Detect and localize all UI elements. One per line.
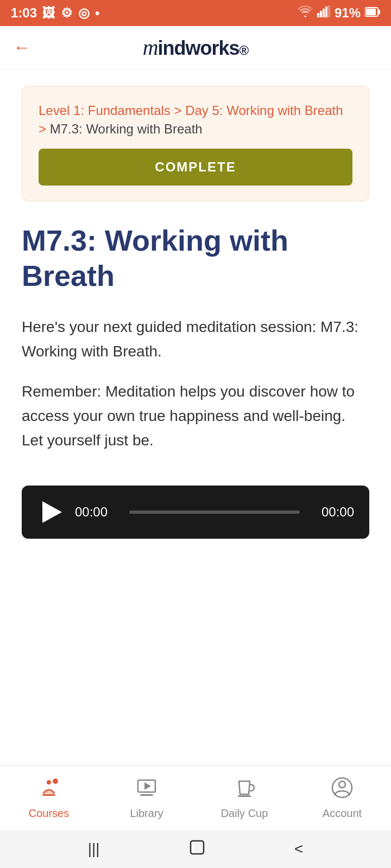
audio-progress-bar[interactable]	[129, 510, 300, 514]
wifi-icon	[298, 5, 313, 21]
audio-time-start: 00:00	[75, 505, 118, 520]
nav-item-library[interactable]: Library	[98, 765, 195, 830]
daily-cup-label: Daily Cup	[221, 807, 268, 820]
svg-rect-3	[325, 7, 327, 17]
status-sync-icon: ◎	[78, 5, 90, 21]
svg-rect-15	[238, 795, 251, 797]
status-settings-icon: ⚙	[61, 5, 73, 21]
status-photo-icon: 🖼	[42, 5, 55, 21]
android-recent-button[interactable]: |||	[88, 840, 100, 858]
bottom-nav: Courses Library Daily Cup	[0, 765, 391, 830]
breadcrumb-sep1: >	[174, 103, 185, 118]
account-label: Account	[323, 807, 362, 820]
breadcrumb-day[interactable]: Day 5: Working with Breath	[185, 103, 343, 118]
svg-point-17	[339, 781, 345, 788]
app-header: ← mindworks®	[0, 26, 391, 69]
svg-rect-18	[191, 841, 204, 854]
svg-rect-4	[328, 5, 330, 17]
breadcrumb-sep2: >	[39, 122, 50, 136]
article-paragraph-2: Remember: Meditation helps you discover …	[22, 380, 369, 452]
android-nav-bar: ||| <	[0, 830, 391, 868]
breadcrumb-level[interactable]: Level 1: Fundamentals	[39, 103, 171, 118]
status-dot-icon: •	[95, 5, 99, 21]
nav-item-daily-cup[interactable]: Daily Cup	[195, 765, 293, 830]
svg-rect-0	[317, 13, 319, 17]
back-button[interactable]: ←	[13, 37, 30, 58]
play-icon	[42, 501, 62, 523]
article-paragraph-1: Here's your next guided meditation sessi…	[22, 315, 369, 364]
svg-rect-11	[42, 794, 55, 796]
app-logo: mindworks®	[143, 35, 249, 60]
audio-player: 00:00 00:00	[22, 486, 369, 539]
battery-icon	[365, 5, 380, 21]
battery-percentage: 91%	[335, 5, 361, 21]
svg-rect-6	[366, 9, 376, 15]
courses-label: Courses	[29, 807, 69, 820]
breadcrumb-card: Level 1: Fundamentals > Day 5: Working w…	[22, 86, 369, 201]
svg-marker-13	[144, 782, 151, 790]
courses-icon	[37, 776, 61, 803]
svg-rect-2	[323, 9, 325, 17]
play-button[interactable]	[37, 499, 64, 526]
status-left: 1:03 🖼 ⚙ ◎ •	[11, 5, 99, 21]
nav-item-courses[interactable]: Courses	[0, 765, 98, 830]
audio-time-end: 00:00	[311, 505, 354, 520]
account-icon	[330, 776, 354, 803]
status-time: 1:03	[11, 5, 37, 21]
main-content: Level 1: Fundamentals > Day 5: Working w…	[0, 69, 391, 555]
nav-item-account[interactable]: Account	[293, 765, 391, 830]
breadcrumb: Level 1: Fundamentals > Day 5: Working w…	[39, 101, 352, 138]
signal-icon	[317, 5, 330, 21]
library-icon	[135, 776, 159, 803]
android-back-button[interactable]: <	[294, 840, 303, 858]
library-label: Library	[130, 807, 163, 820]
svg-rect-1	[320, 11, 322, 17]
svg-point-10	[53, 778, 58, 784]
android-home-button[interactable]	[188, 839, 206, 860]
breadcrumb-current: M7.3: Working with Breath	[50, 122, 203, 136]
svg-point-8	[47, 780, 51, 784]
status-bar: 1:03 🖼 ⚙ ◎ • 91%	[0, 0, 391, 26]
daily-cup-icon	[232, 776, 256, 803]
complete-button[interactable]: COMPLETE	[39, 149, 352, 186]
status-right: 91%	[298, 5, 380, 21]
svg-rect-7	[379, 10, 380, 14]
svg-rect-14	[140, 794, 153, 796]
article-title: M7.3: Working with Breath	[22, 223, 369, 293]
